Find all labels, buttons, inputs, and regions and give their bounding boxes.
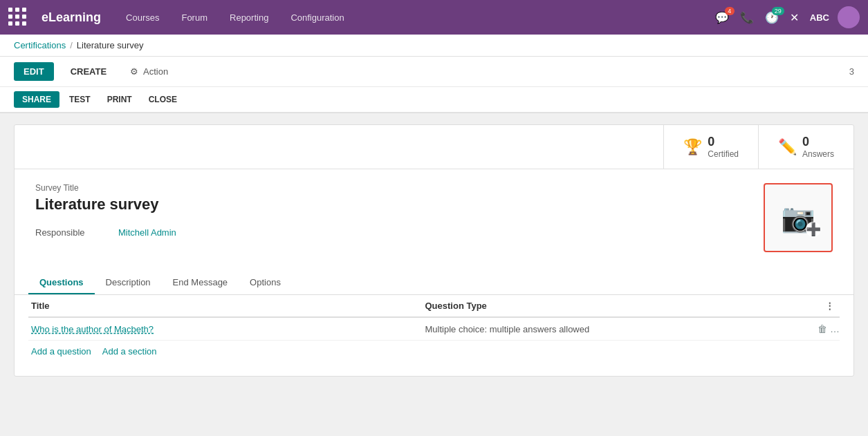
table-footer: Add a question Add a section	[28, 341, 840, 362]
stats-bar: 🏆 0 Certified ✏️ 0 Answers	[15, 125, 853, 169]
col-title-header: Title	[28, 301, 425, 311]
questions-table: Title Question Type ⋮ Who is the author …	[15, 295, 853, 376]
answers-stat[interactable]: ✏️ 0 Answers	[758, 125, 853, 169]
tab-questions[interactable]: Questions	[28, 272, 95, 294]
tab-description[interactable]: Description	[95, 272, 162, 294]
responsible-value[interactable]: Mitchell Admin	[118, 227, 176, 238]
answers-count: 0	[802, 135, 834, 149]
table-header: Title Question Type ⋮	[28, 295, 840, 318]
survey-form: Survey Title Literature survey Responsib…	[35, 183, 750, 247]
certified-count: 0	[708, 135, 739, 149]
nav-courses[interactable]: Courses	[122, 10, 163, 26]
share-button[interactable]: SHARE	[14, 91, 59, 108]
user-initials[interactable]: ABC	[807, 10, 832, 26]
survey-card: 🏆 0 Certified ✏️ 0 Answers Survey Title …	[14, 124, 854, 377]
action-menu[interactable]: ⚙ Action	[130, 66, 168, 77]
photo-upload[interactable]: 📷 ➕	[764, 183, 833, 252]
chat-badge: 4	[725, 7, 735, 15]
test-button[interactable]: TEST	[62, 91, 98, 108]
responsible-label: Responsible	[35, 227, 118, 238]
question-type: Multiple choice: multiple answers allowe…	[425, 324, 820, 334]
breadcrumb-current: Literature survey	[77, 40, 144, 50]
survey-body: Survey Title Literature survey Responsib…	[15, 169, 853, 266]
clock-badge: 29	[772, 7, 784, 15]
action-label: Action	[143, 66, 168, 77]
close-icon[interactable]: ✕	[787, 8, 802, 27]
secondary-toolbar: SHARE TEST PRINT CLOSE	[0, 87, 868, 113]
top-navigation: eLearning Courses Forum Reporting Config…	[0, 0, 868, 35]
breadcrumb-separator: /	[70, 40, 73, 50]
question-title: Who is the author of Macbeth?	[28, 324, 425, 334]
nav-icons: 💬 4 📞 🕐 29 ✕ ABC	[712, 6, 860, 28]
avatar[interactable]	[838, 6, 860, 28]
nav-configuration[interactable]: Configuration	[286, 10, 348, 26]
edit-button[interactable]: EDIT	[14, 62, 54, 81]
answers-label: Answers	[802, 149, 834, 159]
delete-row-icon[interactable]: 🗑	[818, 323, 827, 334]
tab-options[interactable]: Options	[239, 272, 292, 294]
responsible-field: Responsible Mitchell Admin	[35, 227, 750, 238]
gear-icon: ⚙	[130, 66, 138, 77]
edit-answers-icon: ✏️	[778, 138, 797, 156]
chat-icon[interactable]: 💬 4	[712, 8, 732, 27]
print-button[interactable]: PRINT	[100, 91, 139, 108]
question-title-link[interactable]: Who is the author of Macbeth?	[31, 324, 154, 334]
main-toolbar: EDIT CREATE ⚙ Action 3	[0, 57, 868, 87]
add-photo-icon: ➕	[806, 222, 821, 237]
add-section-link[interactable]: Add a section	[102, 346, 157, 357]
tab-end-message[interactable]: End Message	[162, 272, 239, 294]
clock-icon[interactable]: 🕐 29	[762, 8, 782, 27]
row-more-icon[interactable]: …	[830, 323, 840, 334]
brand-logo: eLearning	[41, 10, 101, 25]
phone-icon[interactable]: 📞	[737, 8, 757, 27]
trophy-icon: 🏆	[683, 138, 702, 156]
column-options-icon[interactable]: ⋮	[819, 301, 840, 311]
main-content: 🏆 0 Certified ✏️ 0 Answers Survey Title …	[0, 113, 868, 388]
breadcrumb-parent[interactable]: Certifications	[14, 40, 66, 50]
table-row: Who is the author of Macbeth? Multiple c…	[28, 318, 840, 341]
close-button[interactable]: CLOSE	[142, 91, 184, 108]
survey-title: Literature survey	[35, 196, 750, 214]
row-actions: 🗑 …	[819, 323, 840, 334]
nav-reporting[interactable]: Reporting	[225, 10, 273, 26]
survey-tabs: Questions Description End Message Option…	[15, 272, 853, 295]
create-button[interactable]: CREATE	[61, 62, 116, 81]
breadcrumb: Certifications / Literature survey	[0, 35, 868, 57]
col-qtype-header: Question Type	[425, 301, 820, 311]
add-question-link[interactable]: Add a question	[31, 346, 91, 357]
page-number: 3	[849, 66, 854, 77]
nav-forum[interactable]: Forum	[177, 10, 212, 26]
certified-label: Certified	[708, 149, 739, 159]
title-label: Survey Title	[35, 183, 750, 193]
certified-stat[interactable]: 🏆 0 Certified	[663, 125, 758, 169]
apps-grid-icon[interactable]	[8, 8, 28, 27]
